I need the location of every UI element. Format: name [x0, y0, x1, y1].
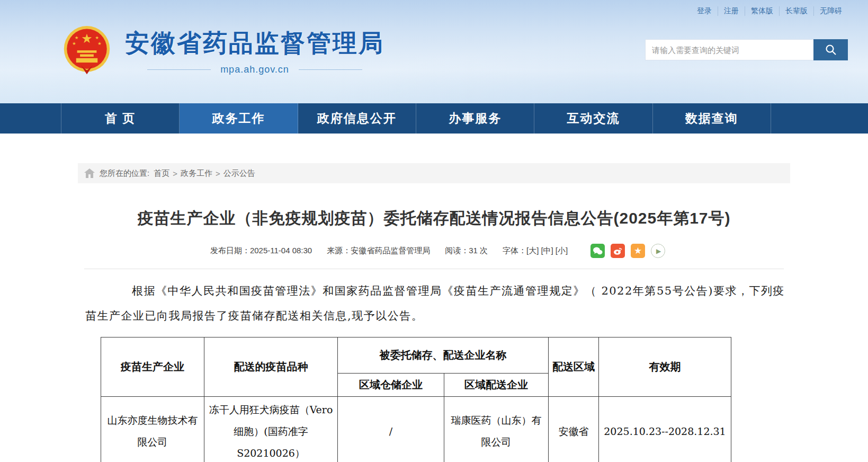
- col-header-entrusted: 被委托储存、配送企业名称: [338, 337, 549, 374]
- col-header-region: 配送区域: [549, 337, 599, 397]
- site-logo[interactable]: ★ ★ ★ ★ ★ 安徽省药品监督管理局 mpa.ah.gov.cn: [62, 23, 384, 78]
- search-icon: [825, 43, 837, 56]
- view-count: 阅读：31 次: [445, 246, 488, 256]
- nav-inner: 首 页 政务工作 政府信息公开 办事服务 互动交流 数据查询: [61, 103, 771, 134]
- cell-validity: 2025.10.23--2028.12.31: [599, 397, 731, 462]
- views-label: 阅读：: [445, 246, 469, 255]
- views-value: 31 次: [469, 246, 488, 255]
- breadcrumb-prefix: 您所在的位置:: [100, 168, 149, 179]
- table-row: 山东亦度生物技术有限公司 冻干人用狂犬病疫苗（Vero细胞）(国药准字S2021…: [101, 397, 731, 462]
- brand-text: 安徽省药品监督管理局 mpa.ah.gov.cn: [125, 27, 384, 75]
- site-domain-text: mpa.ah.gov.cn: [220, 64, 289, 75]
- star-icon[interactable]: ★: [631, 244, 645, 258]
- play-glyph: ▶: [656, 247, 661, 255]
- col-header-storage: 区域仓储企业: [338, 374, 444, 397]
- topbar-links: 登录 注册 繁体版 长辈版 无障碍: [691, 6, 848, 16]
- source-label: 来源：: [327, 246, 351, 255]
- font-size-medium-button[interactable]: [中]: [541, 246, 553, 255]
- cell-delivery: 瑞康医药（山东）有限公司: [444, 397, 549, 462]
- weibo-icon[interactable]: [611, 244, 625, 258]
- topbar-link-login[interactable]: 登录: [691, 6, 718, 16]
- breadcrumb-home[interactable]: 首页: [154, 168, 169, 179]
- publish-date: 发布日期：2025-11-04 08:30: [210, 246, 312, 256]
- nav-item-home[interactable]: 首 页: [61, 103, 180, 134]
- search-input[interactable]: [645, 39, 813, 60]
- star-glyph: ★: [634, 245, 642, 256]
- cell-vaccine: 冻干人用狂犬病疫苗（Vero细胞）(国药准字S20210026）: [204, 397, 338, 462]
- breadcrumb-separator: >: [216, 169, 220, 178]
- svg-text:★: ★: [95, 35, 99, 40]
- nav-item-government-work[interactable]: 政务工作: [180, 103, 298, 134]
- source-value: 安徽省药品监督管理局: [351, 246, 430, 255]
- search-button[interactable]: [813, 39, 848, 60]
- nav-item-interaction[interactable]: 互动交流: [534, 103, 652, 134]
- svg-text:★: ★: [72, 41, 76, 46]
- svg-text:★: ★: [97, 41, 101, 46]
- breadcrumb-separator: >: [173, 169, 177, 178]
- home-icon: [84, 168, 95, 178]
- topbar-link-accessibility[interactable]: 无障碍: [813, 6, 848, 16]
- header-main: ★ ★ ★ ★ ★ 安徽省药品监督管理局 mpa.ah.gov.cn: [0, 17, 868, 78]
- cell-storage: /: [338, 397, 444, 462]
- main-nav: 首 页 政务工作 政府信息公开 办事服务 互动交流 数据查询: [0, 103, 868, 134]
- cell-producer: 山东亦度生物技术有限公司: [101, 397, 204, 462]
- topbar: 登录 注册 繁体版 长辈版 无障碍: [0, 0, 868, 17]
- domain-rule-left: [147, 69, 211, 70]
- font-size-control: 字体：[大][中][小]: [503, 246, 570, 256]
- article-source: 来源：安徽省药品监督管理局: [327, 246, 430, 256]
- domain-rule-right: [299, 69, 362, 70]
- site-header: 登录 注册 繁体版 长辈版 无障碍 ★ ★ ★ ★ ★ 安徽省药品监督管理: [0, 0, 868, 103]
- font-size-label: 字体：: [503, 246, 526, 255]
- content: 您所在的位置: 首页 > 政务工作 > 公示公告 疫苗生产企业（非免疫规划疫苗）…: [78, 163, 790, 462]
- article-paragraph: 根据《中华人民共和国疫苗管理法》和国家药品监督管理局《疫苗生产流通管理规定》（ …: [85, 279, 785, 328]
- svg-text:★: ★: [75, 35, 78, 40]
- nav-item-info-disclosure[interactable]: 政府信息公开: [298, 103, 416, 134]
- col-header-delivery: 区域配送企业: [444, 374, 549, 397]
- article-meta: 发布日期：2025-11-04 08:30 来源：安徽省药品监督管理局 阅读：3…: [78, 244, 790, 258]
- topbar-link-elderly[interactable]: 长辈版: [779, 6, 813, 16]
- search-box: [645, 39, 848, 60]
- publish-date-value: 2025-11-04 08:30: [250, 246, 312, 255]
- site-title: 安徽省药品监督管理局: [125, 27, 384, 60]
- topbar-link-traditional[interactable]: 繁体版: [745, 6, 779, 16]
- content-divider: [84, 269, 784, 269]
- nav-item-services[interactable]: 办事服务: [416, 103, 534, 134]
- svg-text:★: ★: [81, 31, 92, 46]
- wechat-icon[interactable]: [590, 244, 605, 258]
- nav-item-data-query[interactable]: 数据查询: [653, 103, 771, 134]
- font-size-small-button[interactable]: [小]: [556, 246, 568, 255]
- share-icons: ★ ▶: [585, 244, 665, 258]
- col-header-producer: 疫苗生产企业: [101, 337, 204, 397]
- article-title: 疫苗生产企业（非免疫规划疫苗）委托储存配送情况报告信息公告(2025年第17号): [110, 209, 758, 228]
- national-emblem-icon: ★ ★ ★ ★ ★: [62, 23, 111, 78]
- col-header-validity: 有效期: [599, 337, 731, 397]
- col-header-vaccine: 配送的疫苗品种: [204, 337, 338, 397]
- publish-date-label: 发布日期：: [210, 246, 250, 255]
- vaccine-report-table: 疫苗生产企业 配送的疫苗品种 被委托储存、配送企业名称 配送区域 有效期 区域仓…: [101, 337, 731, 462]
- play-icon[interactable]: ▶: [651, 244, 665, 258]
- breadcrumb-public-notices[interactable]: 公示公告: [223, 168, 255, 179]
- breadcrumb: 您所在的位置: 首页 > 政务工作 > 公示公告: [78, 163, 790, 183]
- breadcrumb-government-work[interactable]: 政务工作: [181, 168, 212, 179]
- cell-region: 安徽省: [549, 397, 599, 462]
- topbar-link-register[interactable]: 注册: [718, 6, 745, 16]
- font-size-large-button[interactable]: [大]: [526, 246, 539, 255]
- site-domain: mpa.ah.gov.cn: [125, 64, 384, 75]
